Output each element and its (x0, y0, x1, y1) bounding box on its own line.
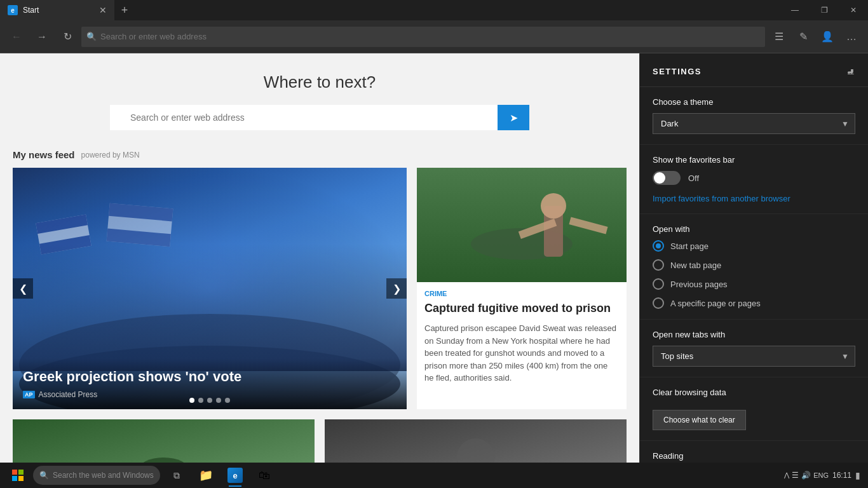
open-with-section: Open with Start page New tab page Previo… (640, 214, 868, 320)
carousel-dot-3[interactable] (207, 398, 212, 403)
taskbar-right: ⋀ ☰ 🔊 ENG 16:11 ▮ (784, 470, 865, 481)
news-grid: ❮ ❯ Greek projection shows 'no' vote AP … (13, 168, 627, 409)
settings-header: SETTINGS ⛸ (640, 53, 868, 87)
taskbar-search-icon: 🔍 (39, 471, 49, 480)
more-button[interactable]: … (840, 25, 863, 48)
import-favorites-link[interactable]: Import favorites from another browser (653, 194, 855, 203)
svg-rect-15 (13, 419, 315, 463)
favorites-bar-label: Show the favorites bar (653, 155, 855, 165)
radio-dot-start (656, 243, 661, 248)
back-button[interactable]: ← (5, 25, 28, 48)
search-button[interactable]: ➤ (498, 105, 529, 130)
store-icon: 🛍 (259, 469, 270, 482)
side-story-category: Crime (417, 282, 627, 301)
reading-section: Reading (640, 441, 868, 463)
favorites-bar-toggle[interactable] (653, 171, 681, 185)
task-view-icon: ⧉ (173, 470, 180, 481)
main-story-source-name: Associated Press (39, 390, 98, 399)
tab-label: Start (23, 6, 39, 15)
network-icon[interactable]: ☰ (792, 471, 799, 480)
open-new-tabs-label: Open new tabs with (653, 330, 855, 339)
radio-new-tab[interactable]: New tab page (653, 259, 855, 271)
radio-start-page[interactable]: Start page (653, 240, 855, 252)
side-story-card[interactable]: Crime Captured fugitive moved to prison … (417, 168, 627, 409)
settings-pin-button[interactable]: ⛸ (846, 66, 855, 76)
taskbar-search[interactable]: 🔍 Search the web and Windows (33, 466, 160, 485)
navigation-bar: ← → ↻ 🔍 ☰ ✎ 👤 … (0, 20, 868, 53)
main-story-card[interactable]: ❮ ❯ Greek projection shows 'no' vote AP … (13, 168, 407, 409)
taskbar-file-explorer[interactable]: 📁 (192, 463, 220, 488)
svg-rect-21 (12, 476, 17, 481)
carousel-dot-1[interactable] (189, 398, 194, 403)
maximize-button[interactable]: ❐ (810, 0, 839, 20)
theme-section: Choose a theme Dark Light ▼ (640, 87, 868, 145)
carousel-prev-button[interactable]: ❮ (13, 278, 33, 299)
carousel-dot-2[interactable] (198, 398, 203, 403)
settings-title: SETTINGS (653, 67, 702, 76)
address-input[interactable] (100, 32, 760, 41)
taskbar-apps: ⧉ 📁 e 🛍 (163, 463, 278, 488)
system-clock[interactable]: 16:11 (832, 470, 851, 481)
system-tray: ⋀ ☰ 🔊 ENG (784, 471, 829, 480)
hub-button[interactable]: ☰ (768, 25, 790, 48)
svg-rect-20 (18, 470, 24, 475)
theme-select[interactable]: Dark Light (653, 113, 855, 134)
minimize-button[interactable]: — (780, 0, 810, 20)
radio-label-prev: Previous pages (670, 280, 728, 289)
browser-content: Where to next? 🔍 ➤ My news feed powered … (0, 53, 639, 463)
bottom-story-2[interactable] (325, 419, 627, 463)
toolbar-right: ☰ ✎ 👤 … (768, 25, 863, 48)
language-indicator[interactable]: ENG (813, 471, 829, 479)
start-button[interactable] (3, 463, 33, 488)
radio-specific-page[interactable]: A specific page or pages (653, 297, 855, 309)
side-story-text: Captured prison escapee David Sweat was … (417, 322, 627, 384)
carousel-dot-4[interactable] (216, 398, 221, 403)
reading-label: Reading (653, 451, 855, 461)
search-wrapper: 🔍 (110, 105, 498, 130)
taskbar-search-placeholder: Search the web and Windows (53, 471, 154, 480)
close-window-button[interactable]: ✕ (839, 0, 868, 20)
ap-logo: AP (23, 391, 35, 398)
volume-icon[interactable]: 🔊 (801, 471, 811, 480)
bottom-story-1[interactable] (13, 419, 315, 463)
svg-point-12 (541, 193, 566, 219)
search-input[interactable] (110, 105, 498, 130)
taskbar: 🔍 Search the web and Windows ⧉ 📁 e 🛍 ⋀ ☰… (0, 463, 868, 488)
taskbar-store-app[interactable]: 🛍 (250, 463, 278, 488)
browser-tab[interactable]: e Start ✕ (0, 0, 114, 20)
radio-circle-newtab (653, 259, 664, 271)
web-note-button[interactable]: ✎ (792, 25, 815, 48)
carousel-dot-5[interactable] (225, 398, 230, 403)
side-story-svg (417, 168, 627, 282)
file-explorer-icon: 📁 (199, 468, 213, 482)
taskbar-edge-app[interactable]: e (221, 463, 249, 488)
clear-browsing-button[interactable]: Choose what to clear (653, 410, 746, 430)
chevron-up-icon[interactable]: ⋀ (784, 471, 789, 478)
radio-circle-specific (653, 297, 664, 309)
new-tabs-select[interactable]: Top sites A blank page My news feed (653, 346, 855, 367)
forward-button[interactable]: → (31, 25, 53, 48)
search-icon: 🔍 (86, 32, 97, 41)
theme-select-wrapper: Dark Light ▼ (653, 113, 855, 134)
window-controls: — ❐ ✕ (780, 0, 868, 20)
notification-icon[interactable]: ▮ (855, 470, 860, 480)
share-button[interactable]: 👤 (816, 25, 839, 48)
radio-previous-pages[interactable]: Previous pages (653, 278, 855, 290)
refresh-button[interactable]: ↻ (56, 25, 79, 48)
radio-label-newtab: New tab page (670, 261, 721, 270)
new-tab-button[interactable]: + (114, 0, 135, 20)
main-container: Where to next? 🔍 ➤ My news feed powered … (0, 53, 868, 463)
taskbar-task-view[interactable]: ⧉ (163, 463, 191, 488)
radio-circle-start (653, 240, 664, 252)
address-bar-container: 🔍 (81, 27, 765, 47)
bottom-stories (13, 419, 627, 463)
story-overlay: Greek projection shows 'no' vote AP Asso… (13, 358, 407, 409)
carousel-next-button[interactable]: ❯ (386, 278, 407, 299)
windows-logo-icon (12, 470, 24, 481)
carousel-dots (189, 398, 230, 403)
new-tabs-select-wrapper: Top sites A blank page My news feed ▼ (653, 346, 855, 367)
favorites-toggle-row: Off (653, 171, 855, 185)
radio-label-start: Start page (670, 241, 709, 251)
tab-close-button[interactable]: ✕ (99, 5, 107, 15)
clear-browsing-label: Clear browsing data (653, 388, 855, 397)
